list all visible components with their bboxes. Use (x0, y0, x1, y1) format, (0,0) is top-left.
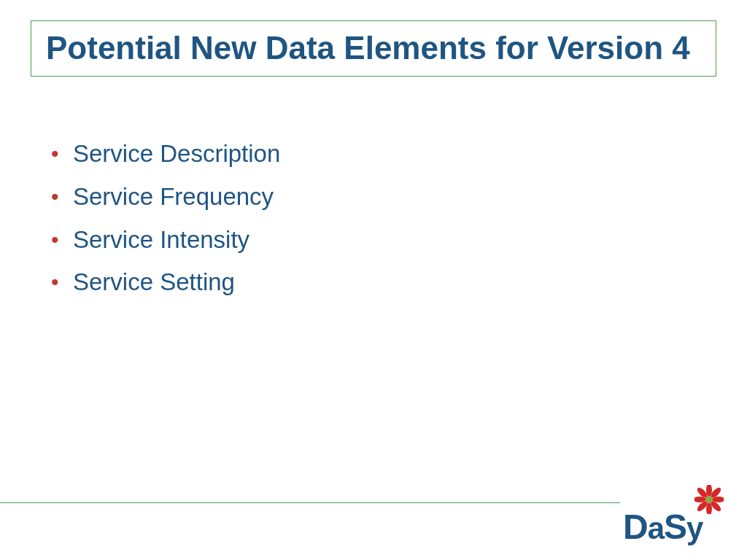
dasy-logo: DaSy (623, 485, 725, 547)
slide-title: Potential New Data Elements for Version … (46, 30, 701, 67)
logo-letter-a: a (648, 511, 664, 545)
list-item: Service Intensity (51, 221, 703, 260)
list-item: Service Frequency (51, 178, 703, 217)
svg-point-8 (705, 496, 713, 503)
list-item: Service Setting (51, 263, 703, 302)
title-container: Potential New Data Elements for Version … (31, 20, 716, 77)
footer-divider (0, 502, 620, 504)
logo-letter-d: D (623, 508, 648, 546)
logo-letter-s: S (664, 508, 686, 546)
logo-text: DaSy (623, 507, 703, 547)
list-item: Service Description (51, 135, 703, 174)
logo-letter-y: y (686, 511, 703, 546)
bullet-list: Service Description Service Frequency Se… (51, 135, 703, 306)
